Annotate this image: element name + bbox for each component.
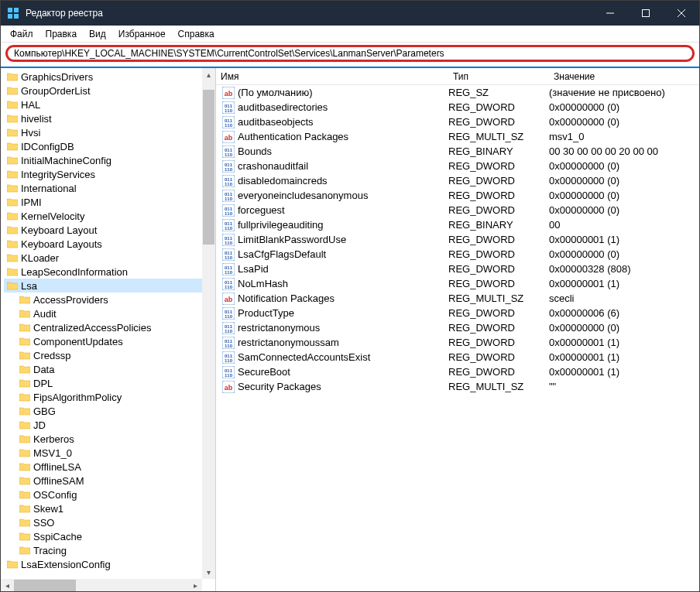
value-row[interactable]: auditbasedirectoriesREG_DWORD0x00000000 …: [216, 100, 699, 115]
column-type[interactable]: Тип: [448, 71, 549, 82]
tree-item[interactable]: Lsa: [4, 279, 215, 293]
folder-icon: [7, 156, 18, 165]
tree-item[interactable]: LeapSecondInformation: [4, 265, 215, 279]
value-type: REG_BINARY: [448, 219, 549, 231]
value-row[interactable]: LsaCfgFlagsDefaultREG_DWORD0x00000000 (0…: [216, 247, 699, 262]
tree-item[interactable]: Hvsi: [4, 125, 215, 139]
value-row[interactable]: everyoneincludesanonymousREG_DWORD0x0000…: [216, 188, 699, 203]
svg-rect-1: [14, 8, 19, 12]
value-type: REG_DWORD: [448, 337, 549, 348]
value-row[interactable]: restrictanonymousREG_DWORD0x00000000 (0): [216, 320, 699, 335]
tree-item[interactable]: JD: [4, 418, 215, 432]
menu-view[interactable]: Вид: [83, 27, 112, 41]
address-input[interactable]: Компьютер\HKEY_LOCAL_MACHINE\SYSTEM\Curr…: [5, 45, 695, 62]
tree-item[interactable]: LsaExtensionConfig: [4, 557, 215, 571]
tree-item[interactable]: GraphicsDrivers: [4, 70, 215, 84]
tree-vertical-scrollbar[interactable]: ▴ ▾: [202, 68, 215, 579]
value-data: 0x00000006 (6): [549, 307, 699, 319]
tree-item[interactable]: hivelist: [4, 111, 215, 125]
tree-item[interactable]: CentralizedAccessPolicies: [4, 320, 215, 334]
tree-item[interactable]: Kerberos: [4, 432, 215, 446]
value-data: 0x00000000 (0): [549, 204, 699, 216]
column-name[interactable]: Имя: [216, 71, 448, 82]
menu-file[interactable]: Файл: [4, 27, 39, 41]
binary-value-icon: [222, 160, 235, 173]
tree-item-label: JD: [33, 419, 46, 431]
tree-item[interactable]: OSConfig: [4, 488, 215, 501]
menu-favorites[interactable]: Избранное: [112, 27, 172, 41]
value-row[interactable]: disabledomaincredsREG_DWORD0x00000000 (0…: [216, 173, 699, 188]
value-row[interactable]: crashonauditfailREG_DWORD0x00000000 (0): [216, 159, 699, 173]
value-name: Notification Packages: [238, 293, 448, 304]
value-row[interactable]: SecureBootREG_DWORD0x00000001 (1): [216, 364, 699, 379]
value-row[interactable]: forceguestREG_DWORD0x00000000 (0): [216, 203, 699, 217]
tree-item-label: HAL: [21, 99, 40, 111]
tree-item[interactable]: Credssp: [4, 348, 215, 362]
column-data[interactable]: Значение: [549, 71, 699, 82]
tree-item[interactable]: MSV1_0: [4, 446, 215, 460]
value-row[interactable]: Notification PackagesREG_MULTI_SZscecli: [216, 291, 699, 306]
value-type: REG_DWORD: [448, 322, 549, 334]
svg-rect-0: [8, 8, 12, 12]
tree-item[interactable]: OfflineSAM: [4, 474, 215, 488]
value-row[interactable]: auditbaseobjectsREG_DWORD0x00000000 (0): [216, 115, 699, 129]
tree-item[interactable]: Data: [4, 362, 215, 376]
folder-icon: [7, 211, 18, 221]
tree-item[interactable]: IPMI: [4, 195, 215, 209]
value-type: REG_DWORD: [448, 116, 549, 128]
value-row[interactable]: BoundsREG_BINARY00 30 00 00 00 20 00 00: [216, 144, 699, 159]
column-headers[interactable]: Имя Тип Значение: [216, 68, 699, 85]
tree-item[interactable]: GroupOrderList: [4, 84, 215, 98]
tree-item[interactable]: KLoader: [4, 251, 215, 265]
close-button[interactable]: [664, 1, 699, 26]
value-row[interactable]: Authentication PackagesREG_MULTI_SZmsv1_…: [216, 129, 699, 144]
tree-item[interactable]: Audit: [4, 306, 215, 320]
tree-item[interactable]: AccessProviders: [4, 293, 215, 306]
tree-item[interactable]: SspiCache: [4, 529, 215, 543]
tree-item[interactable]: GBG: [4, 404, 215, 418]
addressbar-container: Компьютер\HKEY_LOCAL_MACHINE\SYSTEM\Curr…: [1, 43, 699, 68]
value-row[interactable]: (По умолчанию)REG_SZ(значение не присвое…: [216, 85, 699, 100]
tree-item[interactable]: InitialMachineConfig: [4, 153, 215, 167]
value-row[interactable]: LimitBlankPasswordUseREG_DWORD0x00000001…: [216, 232, 699, 247]
tree-item[interactable]: IDConfigDB: [4, 139, 215, 153]
value-data: 0x00000000 (0): [549, 248, 699, 260]
tree-item[interactable]: International: [4, 181, 215, 195]
values-list[interactable]: (По умолчанию)REG_SZ(значение не присвое…: [216, 85, 699, 592]
menu-edit[interactable]: Правка: [39, 27, 84, 41]
binary-value-icon: [222, 337, 235, 349]
scrollbar-thumb[interactable]: [203, 90, 214, 245]
scrollbar-thumb[interactable]: [14, 580, 76, 591]
maximize-button[interactable]: [628, 1, 664, 26]
value-data: 0x00000001 (1): [549, 351, 699, 363]
value-row[interactable]: SamConnectedAccountsExistREG_DWORD0x0000…: [216, 350, 699, 364]
tree-item-label: Keyboard Layout: [21, 224, 97, 236]
value-row[interactable]: restrictanonymoussamREG_DWORD0x00000001 …: [216, 335, 699, 350]
minimize-button[interactable]: [592, 1, 628, 26]
main-split: GraphicsDriversGroupOrderListHALhivelist…: [1, 68, 699, 592]
value-row[interactable]: LsaPidREG_DWORD0x00000328 (808): [216, 262, 699, 276]
value-row[interactable]: fullprivilegeauditingREG_BINARY00: [216, 217, 699, 232]
value-row[interactable]: Security PackagesREG_MULTI_SZ"": [216, 379, 699, 394]
tree-item[interactable]: ComponentUpdates: [4, 334, 215, 348]
tree-list[interactable]: GraphicsDriversGroupOrderListHALhivelist…: [1, 68, 215, 573]
value-name: crashonauditfail: [238, 160, 448, 172]
tree-item[interactable]: IntegrityServices: [4, 167, 215, 181]
tree-item[interactable]: Skew1: [4, 501, 215, 515]
tree-item[interactable]: DPL: [4, 376, 215, 390]
tree-item[interactable]: Keyboard Layouts: [4, 237, 215, 251]
value-row[interactable]: ProductTypeREG_DWORD0x00000006 (6): [216, 306, 699, 320]
value-row[interactable]: NoLmHashREG_DWORD0x00000001 (1): [216, 276, 699, 291]
value-type: REG_DWORD: [448, 234, 549, 245]
tree-horizontal-scrollbar[interactable]: ◂ ▸: [1, 579, 202, 592]
value-name: Bounds: [238, 145, 448, 157]
menu-help[interactable]: Справка: [172, 27, 221, 41]
tree-item[interactable]: SSO: [4, 515, 215, 529]
tree-item[interactable]: FipsAlgorithmPolicy: [4, 390, 215, 404]
tree-item[interactable]: Keyboard Layout: [4, 223, 215, 237]
tree-item[interactable]: OfflineLSA: [4, 460, 215, 474]
tree-item[interactable]: HAL: [4, 98, 215, 111]
tree-item[interactable]: KernelVelocity: [4, 209, 215, 223]
tree-item[interactable]: Tracing: [4, 543, 215, 557]
value-type: REG_SZ: [448, 87, 549, 98]
